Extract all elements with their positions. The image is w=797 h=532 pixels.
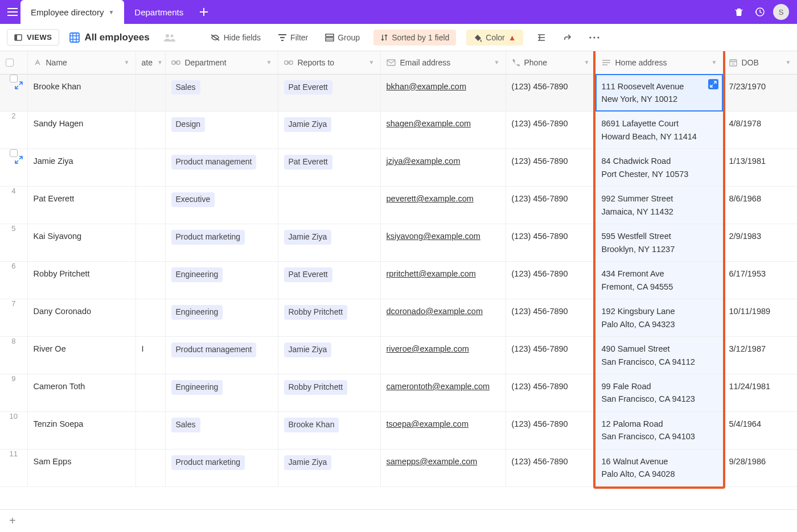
dob-cell[interactable]: 3/12/1987	[723, 337, 797, 374]
column-header-home-address[interactable]: Home address▼	[595, 51, 723, 74]
email-cell[interactable]: riveroe@example.com	[380, 337, 506, 374]
table-row[interactable]: 2Sandy HagenDesignJamie Ziyashagen@examp…	[0, 112, 797, 149]
row-number-cell[interactable]: 7	[0, 299, 27, 337]
address-cell[interactable]: 434 Fremont AveFremont, CA 94555	[595, 262, 723, 299]
phone-cell[interactable]: (123) 456-7890	[506, 149, 595, 187]
email-link[interactable]: camerontoth@example.com	[387, 382, 490, 391]
share-view-button[interactable]	[160, 31, 179, 44]
more-button[interactable]	[586, 34, 603, 41]
table-row[interactable]: 11Sam EppsProduct marketingJamie Ziyasam…	[0, 449, 797, 486]
reports-to-tag[interactable]: Jamie Ziya	[284, 230, 332, 245]
chevron-down-icon[interactable]: ▼	[584, 59, 590, 65]
date-cell[interactable]	[135, 149, 165, 187]
chevron-down-icon[interactable]: ▼	[157, 59, 163, 65]
color-button[interactable]: Color ▲	[466, 30, 523, 46]
name-cell[interactable]: Robby Pritchett	[27, 262, 135, 299]
address-cell[interactable]: 84 Chadwick RoadPort Chester, NY 10573	[595, 149, 723, 187]
reports-to-tag[interactable]: Jamie Ziya	[284, 343, 332, 357]
table-row[interactable]: 4Pat EverettExecutivepeverett@example.co…	[0, 187, 797, 224]
address-cell[interactable]: 99 Fale RoadSan Francisco, CA 94123	[595, 374, 723, 412]
phone-cell[interactable]: (123) 456-7890	[506, 224, 595, 262]
address-cell[interactable]: 595 Westfell StreetBrooklyn, NY 11237	[595, 224, 723, 262]
table-row[interactable]: 7Dany CoronadoEngineeringRobby Pritchett…	[0, 299, 797, 337]
tab-employee-directory[interactable]: Employee directory ▼	[20, 0, 124, 24]
address-cell[interactable]: 16 Walnut AvenuePalo Alto, CA 94028	[595, 449, 723, 486]
email-cell[interactable]: shagen@example.com	[380, 112, 506, 149]
department-cell[interactable]: Product marketing	[165, 224, 278, 262]
name-cell[interactable]: Pat Everett	[27, 187, 135, 224]
address-cell[interactable]: 111 Roosevelt AvenueNew York, NY 10012	[595, 74, 723, 112]
email-link[interactable]: dcoronado@example.com	[387, 307, 483, 316]
row-number-cell[interactable]: 6	[0, 262, 27, 299]
phone-cell[interactable]: (123) 456-7890	[506, 411, 595, 449]
department-cell[interactable]: Product marketing	[165, 449, 278, 486]
phone-cell[interactable]: (123) 456-7890	[506, 449, 595, 486]
row-number-cell[interactable]: 4	[0, 187, 27, 224]
reports-to-tag[interactable]: Jamie Ziya	[284, 117, 332, 132]
expand-record-icon[interactable]	[15, 156, 23, 164]
department-cell[interactable]: Engineering	[165, 299, 278, 337]
table-row[interactable]: Brooke KhanSalesPat Everettbkhan@example…	[0, 74, 797, 112]
address-cell[interactable]: 992 Summer StreetJamaica, NY 11432	[595, 187, 723, 224]
column-header-email[interactable]: Email address▼	[380, 51, 506, 74]
address-cell[interactable]: 490 Samuel StreetSan Francisco, CA 94112	[595, 337, 723, 374]
dob-cell[interactable]: 2/9/1983	[723, 224, 797, 262]
expand-record-icon[interactable]	[15, 81, 23, 89]
date-cell[interactable]: I	[135, 337, 165, 374]
email-cell[interactable]: jziya@example.com	[380, 149, 506, 187]
column-header-reports-to[interactable]: Reports to▼	[278, 51, 380, 74]
row-number-cell[interactable]: 5	[0, 224, 27, 262]
date-cell[interactable]	[135, 449, 165, 486]
current-view[interactable]: All employees	[69, 32, 149, 43]
email-cell[interactable]: samepps@example.com	[380, 449, 506, 486]
dob-cell[interactable]: 9/28/1986	[723, 449, 797, 486]
select-all-checkbox[interactable]	[6, 59, 14, 67]
department-cell[interactable]: Product management	[165, 149, 278, 187]
email-cell[interactable]: peverett@example.com	[380, 187, 506, 224]
column-header-checkbox[interactable]	[0, 51, 27, 74]
department-cell[interactable]: Sales	[165, 74, 278, 112]
address-cell[interactable]: 12 Paloma RoadSan Francisco, CA 94103	[595, 411, 723, 449]
reports-to-cell[interactable]: Jamie Ziya	[278, 337, 380, 374]
email-link[interactable]: riveroe@example.com	[387, 344, 469, 353]
history-icon[interactable]	[753, 5, 766, 19]
table-row[interactable]: 10Tenzin SoepaSalesBrooke Khantsoepa@exa…	[0, 411, 797, 449]
email-link[interactable]: peverett@example.com	[387, 194, 474, 203]
reports-to-tag[interactable]: Pat Everett	[284, 267, 332, 282]
department-cell[interactable]: Product management	[165, 337, 278, 374]
table-row[interactable]: 9Cameron TothEngineeringRobby Pritchettc…	[0, 374, 797, 412]
filter-button[interactable]: Filter	[274, 31, 311, 44]
row-number-cell[interactable]: 10	[0, 411, 27, 449]
reports-to-cell[interactable]: Brooke Khan	[278, 411, 380, 449]
group-button[interactable]: Group	[322, 31, 363, 44]
phone-cell[interactable]: (123) 456-7890	[506, 112, 595, 149]
reports-to-cell[interactable]: Pat Everett	[278, 74, 380, 112]
avatar[interactable]: S	[773, 4, 789, 20]
dob-cell[interactable]: 6/17/1953	[723, 262, 797, 299]
department-tag[interactable]: Executive	[171, 192, 215, 207]
column-header-department[interactable]: Department▼	[165, 51, 278, 74]
name-cell[interactable]: Sandy Hagen	[27, 112, 135, 149]
name-cell[interactable]: Kai Siyavong	[27, 224, 135, 262]
department-tag[interactable]: Sales	[171, 80, 200, 95]
name-cell[interactable]: Cameron Toth	[27, 374, 135, 412]
tab-departments[interactable]: Departments	[124, 0, 194, 24]
row-height-button[interactable]	[533, 31, 549, 44]
email-link[interactable]: ksiyavong@example.com	[387, 232, 480, 241]
department-tag[interactable]: Sales	[171, 418, 200, 432]
email-cell[interactable]: tsoepa@example.com	[380, 411, 506, 449]
email-link[interactable]: rpritchett@example.com	[387, 269, 476, 278]
sort-button[interactable]: Sorted by 1 field	[373, 30, 456, 46]
column-header-dob[interactable]: 31DOB▼	[723, 51, 797, 74]
department-cell[interactable]: Sales	[165, 411, 278, 449]
row-number-cell[interactable]: 9	[0, 374, 27, 412]
department-tag[interactable]: Design	[171, 117, 206, 132]
date-cell[interactable]	[135, 262, 165, 299]
date-cell[interactable]	[135, 374, 165, 412]
reports-to-tag[interactable]: Pat Everett	[284, 155, 332, 170]
email-link[interactable]: jziya@example.com	[387, 156, 461, 166]
name-cell[interactable]: Brooke Khan	[27, 74, 135, 112]
column-header-name[interactable]: Name▼	[27, 51, 135, 74]
name-cell[interactable]: Sam Epps	[27, 449, 135, 486]
grid-container[interactable]: Name▼ ate▼ Department▼ Reports to▼ Email…	[0, 51, 797, 532]
